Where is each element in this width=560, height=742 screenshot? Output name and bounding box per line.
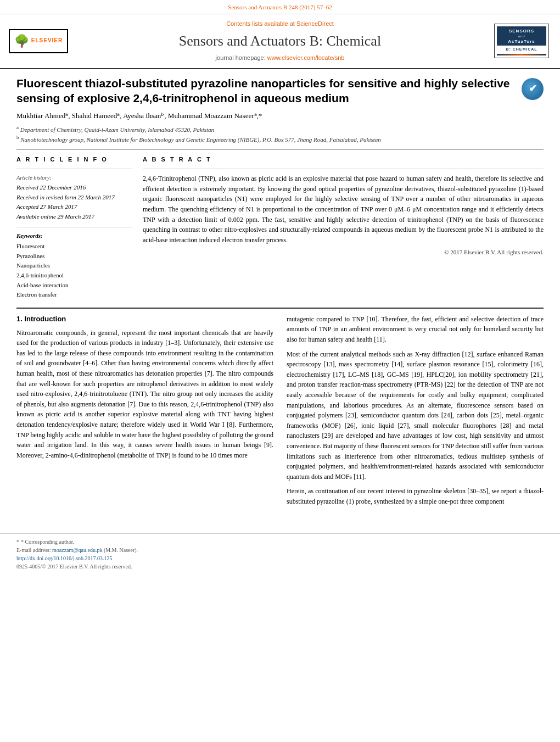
- keywords-block: Keywords: Fluorescent Pyrazolines Nanopa…: [16, 232, 132, 300]
- email-line: E-mail address: moazzam@qau.edu.pk (M.M.…: [16, 546, 138, 554]
- affiliation-a-text: Department of Chemistry, Quaid-i-Azam Un…: [20, 126, 214, 133]
- body-right-col: mutagenic compared to TNP [10]. Therefor…: [287, 314, 544, 511]
- corresponding-author-note: * * Corresponding author.: [16, 537, 138, 546]
- history-label: Article history:: [16, 174, 132, 183]
- body-right-text: mutagenic compared to TNP [10]. Therefor…: [287, 314, 544, 507]
- article-reference-bar: Sensors and Actuators B 248 (2017) 57–62: [0, 0, 560, 14]
- keywords-divider: [16, 227, 132, 227]
- sensors-logo-box: SENSORS and AcTuaTors B: Chemical: [494, 24, 549, 58]
- section-divider-1: [16, 149, 544, 150]
- article-info-col: A R T I C L E I N F O Article history: R…: [16, 155, 132, 300]
- authors-block: Mukhtiar Ahmedᵃ, Shahid Hameedᵃ, Ayesha …: [16, 111, 544, 121]
- contents-line: Contents lists available at ScienceDirec…: [66, 20, 494, 29]
- section-number: 1. Introduction: [16, 314, 273, 325]
- journal-name: Sensors and Actuators B: Chemical: [66, 31, 494, 52]
- body-left-col: 1. Introduction Nitroaromatic compounds,…: [16, 314, 273, 511]
- abstract-text: 2,4,6-Trinitrophenol (TNP), also known a…: [143, 174, 544, 245]
- issn-line: 0925-4005/© 2017 Elsevier B.V. All right…: [16, 562, 138, 571]
- affiliation-b-text: Nanobiotechnology group, National Instit…: [20, 136, 381, 143]
- article-info-heading: A R T I C L E I N F O: [16, 155, 132, 164]
- actuators-title: AcTuaTors: [498, 39, 545, 44]
- sensors-title: SENSORS: [498, 29, 545, 34]
- body-para-3: Most of the current analytical methods s…: [287, 349, 544, 482]
- authors-list: Mukhtiar Ahmedᵃ, Shahid Hameedᵃ, Ayesha …: [16, 111, 262, 120]
- body-section: 1. Introduction Nitroaromatic compounds,…: [16, 314, 544, 511]
- affiliation-a-sup: a: [16, 125, 19, 130]
- available-date: Available online 29 March 2017: [16, 212, 132, 222]
- keyword-4: 2,4,6-trinitrophenol: [16, 271, 132, 281]
- keyword-6: Electron transfer: [16, 290, 132, 300]
- keywords-heading: Keywords:: [16, 232, 132, 241]
- journal-header: 🌳 ELSEVIER Contents lists available at S…: [0, 14, 560, 69]
- main-content: Fluorescent thiazol-substituted pyrazoli…: [0, 69, 560, 522]
- footnote-block: * * Corresponding author. E-mail address…: [16, 537, 138, 571]
- keyword-1: Fluorescent: [16, 242, 132, 252]
- body-para-4: Herein, as continuation of our recent in…: [287, 486, 544, 506]
- keyword-5: Acid-base interaction: [16, 281, 132, 291]
- doi-line: http://dx.doi.org/10.1016/j.snb.2017.03.…: [16, 554, 138, 562]
- sensors-and: and: [498, 35, 545, 39]
- accepted-date: Accepted 27 March 2017: [16, 202, 132, 212]
- copyright-line: © 2017 Elsevier B.V. All rights reserved…: [143, 248, 544, 257]
- affiliation-a: a Department of Chemistry, Quaid-i-Azam …: [16, 124, 544, 134]
- revised-date: Received in revised form 22 March 2017: [16, 193, 132, 203]
- elsevier-text: ELSEVIER: [31, 37, 63, 45]
- body-para-2: mutagenic compared to TNP [10]. Therefor…: [287, 314, 544, 345]
- sensors-logo-subtitle: B: Chemical: [497, 46, 546, 53]
- abstract-col: A B S T R A C T 2,4,6-Trinitrophenol (TN…: [143, 155, 544, 300]
- sensors-logo-inner: SENSORS and AcTuaTors: [497, 26, 546, 46]
- footnote-star: *: [16, 538, 20, 545]
- article-history: Article history: Received 22 December 20…: [16, 174, 132, 221]
- affiliations-block: a Department of Chemistry, Quaid-i-Azam …: [16, 124, 544, 144]
- homepage-link[interactable]: www.elsevier.com/locate/snb: [267, 54, 345, 61]
- abstract-divider: [143, 169, 544, 169]
- crossmark-badge: ✔: [522, 78, 544, 100]
- article-reference: Sensors and Actuators B 248 (2017) 57–62: [228, 4, 332, 10]
- sensors-logo-bar-decoration: [497, 54, 546, 55]
- article-title-block: Fluorescent thiazol-substituted pyrazoli…: [16, 76, 544, 106]
- journal-title-block: Contents lists available at ScienceDirec…: [66, 20, 494, 63]
- footer: * * Corresponding author. E-mail address…: [0, 533, 560, 574]
- abstract-heading: A B S T R A C T: [143, 155, 544, 164]
- article-info-abstract: A R T I C L E I N F O Article history: R…: [16, 155, 544, 300]
- elsevier-logo: 🌳 ELSEVIER: [11, 29, 66, 53]
- body-left-text: Nitroaromatic compounds, in general, rep…: [16, 328, 273, 461]
- received-date: Received 22 December 2016: [16, 183, 132, 193]
- doi-link[interactable]: http://dx.doi.org/10.1016/j.snb.2017.03.…: [16, 555, 113, 561]
- article-title: Fluorescent thiazol-substituted pyrazoli…: [16, 76, 516, 106]
- affiliation-b: b Nanobiotechnology group, National Inst…: [16, 134, 544, 144]
- body-divider: [16, 308, 544, 309]
- keyword-3: Nanoparticles: [16, 261, 132, 271]
- keyword-2: Pyrazolines: [16, 252, 132, 261]
- article-info-divider: [16, 169, 132, 169]
- affiliation-b-sup: b: [16, 135, 19, 140]
- body-para-1: Nitroaromatic compounds, in general, rep…: [16, 328, 273, 461]
- author-email[interactable]: moazzam@qau.edu.pk: [52, 547, 102, 553]
- journal-homepage: journal homepage: www.elsevier.com/locat…: [66, 54, 494, 63]
- elsevier-tree-icon: 🌳: [14, 32, 29, 50]
- sciencedirect-link[interactable]: ScienceDirect: [296, 20, 334, 27]
